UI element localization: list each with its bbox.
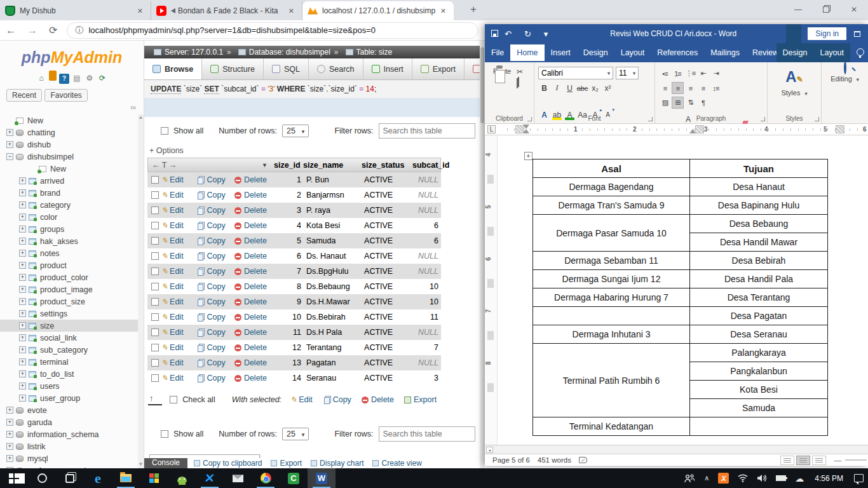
restore-button[interactable] [812, 0, 840, 19]
tree-item[interactable]: + listrik [0, 440, 139, 452]
android-icon[interactable] [168, 468, 196, 488]
start-button[interactable] [0, 468, 28, 488]
delete-link[interactable]: Delete [234, 206, 275, 215]
zoom-slider[interactable] [845, 459, 867, 461]
ribbon-tab[interactable]: Design [577, 44, 614, 61]
clock[interactable]: 4:56 PM [815, 474, 843, 483]
xampp-tray-icon[interactable]: X [718, 473, 729, 484]
tree-item[interactable]: + hak_akses [0, 235, 139, 247]
tree-item[interactable]: + dishub [0, 139, 139, 151]
volume-icon[interactable] [757, 474, 767, 482]
show-marks-button[interactable]: ¶ [697, 97, 709, 109]
doc-cell[interactable]: Desa Hanaut [690, 178, 828, 196]
tree-item[interactable]: + category [0, 199, 139, 211]
expand-icon[interactable]: + [6, 407, 13, 414]
row-checkbox[interactable] [151, 283, 159, 290]
doc-cell[interactable]: Samuda [690, 399, 828, 417]
font-size-select[interactable]: 11▾ [616, 67, 639, 79]
breadcrumb-server[interactable]: Server: 127.0.0.1 [165, 48, 223, 57]
copy-link[interactable]: Copy [196, 236, 234, 245]
tree-item[interactable]: + product_color [0, 271, 139, 283]
file-explorer-icon[interactable] [112, 468, 140, 488]
expand-icon[interactable]: + [19, 310, 26, 317]
edit-link[interactable]: ✎Edit [161, 374, 196, 383]
doc-cell[interactable]: Dermaga Sungai Ijum 12 [533, 270, 690, 288]
increase-indent-button[interactable]: ⇥ [710, 67, 722, 79]
tab-my-dishub[interactable]: My Dishub ✕ [0, 1, 151, 20]
scroll-left-arrow[interactable]: ◂ [486, 447, 493, 453]
expand-icon[interactable]: + [19, 322, 26, 329]
tree-item[interactable]: New [0, 163, 139, 175]
save-icon[interactable] [491, 29, 498, 39]
paragraph-dialog-launcher[interactable] [761, 117, 765, 121]
filter-rows-input[interactable] [379, 426, 475, 442]
tree-item[interactable]: + product [0, 259, 139, 271]
reload-icon[interactable]: ⟳ [97, 73, 107, 83]
tree-item[interactable]: New [0, 114, 139, 126]
edge-icon[interactable]: e [84, 468, 112, 488]
zoom-out-button[interactable]: — [834, 456, 842, 464]
horizontal-scrollbar[interactable]: ◂ [485, 445, 868, 454]
copy-link[interactable]: Copy [196, 374, 234, 383]
ribbon-tab[interactable]: Home [510, 44, 544, 61]
breadcrumb-table[interactable]: Table: size [356, 48, 393, 57]
check-all-checkbox[interactable] [170, 396, 177, 403]
help-icon[interactable]: ? [59, 74, 69, 84]
align-center-button[interactable]: ≡ [672, 82, 684, 94]
tree-item[interactable]: + terminal [0, 356, 139, 368]
editing-button[interactable]: Editing ▾ [822, 62, 868, 83]
tree-item[interactable]: + brand [0, 187, 139, 199]
row-checkbox[interactable] [151, 176, 159, 184]
edit-link[interactable]: ✎Edit [161, 221, 196, 230]
tree-item[interactable]: + groups [0, 223, 139, 235]
borders-button[interactable]: ⊞ [672, 97, 684, 109]
delete-link[interactable]: Delete [234, 358, 275, 367]
cut-icon[interactable]: ✂ [517, 67, 523, 79]
store-icon[interactable] [140, 468, 168, 488]
row-checkbox[interactable] [151, 344, 159, 351]
row-checkbox[interactable] [151, 268, 159, 275]
doc-cell[interactable]: Desa Handil Pala [690, 270, 828, 288]
multilevel-list-button[interactable]: ⋮≡ [684, 67, 696, 79]
tab-phpmyadmin[interactable]: localhost / 127.0.0.1 / dishubsimp ✕ [302, 1, 454, 20]
forward-button[interactable]: → [27, 25, 37, 36]
doc-cell[interactable]: Dermaga Inhutani 3 [533, 325, 690, 344]
tree-item[interactable]: + garuda [0, 416, 139, 428]
battery-icon[interactable] [776, 475, 786, 481]
options-toggle[interactable]: + Options [149, 146, 487, 155]
decrease-indent-button[interactable]: ⇤ [697, 67, 709, 79]
delete-link[interactable]: Delete [234, 252, 275, 261]
show-all-checkbox[interactable] [161, 430, 168, 438]
action-center-icon[interactable] [854, 474, 864, 482]
doc-cell[interactable]: Desa Pagatan [690, 307, 828, 325]
row-checkbox[interactable] [151, 252, 159, 260]
expand-icon[interactable]: + [19, 262, 26, 269]
font-name-select[interactable]: Calibri▾ [538, 67, 613, 79]
tree-item[interactable]: + user_group [0, 392, 139, 404]
ribbon-tab[interactable]: Layout [614, 44, 651, 61]
row-checkbox[interactable] [151, 191, 159, 199]
edit-link[interactable]: ✎Edit [161, 191, 196, 200]
sidebar-scrollbar[interactable]: ▲▼ [138, 114, 144, 468]
reload-button[interactable]: ⟳ [49, 24, 57, 36]
delete-link[interactable]: Delete [234, 282, 275, 291]
expand-icon[interactable]: + [19, 298, 26, 305]
wifi-icon[interactable] [738, 474, 748, 482]
proofing-icon[interactable]: ✓ [579, 457, 587, 463]
doc-cell[interactable]: Desa Bebirah [690, 252, 828, 270]
with-selected-copy[interactable]: Copy [323, 395, 351, 404]
edit-link[interactable]: ✎Edit [161, 175, 196, 184]
expand-icon[interactable]: + [19, 358, 26, 365]
console-toggle[interactable]: Console [144, 458, 187, 468]
delete-link[interactable]: Delete [234, 343, 275, 352]
row-checkbox[interactable] [151, 237, 159, 245]
document-canvas[interactable]: 45678 + Asal Tujuan Dermaga BagendangDes… [485, 135, 868, 445]
cortana-button[interactable] [28, 468, 56, 488]
edit-link[interactable]: ✎Edit [161, 313, 196, 322]
tree-item[interactable]: + product_image [0, 283, 139, 295]
edit-link[interactable]: ✎Edit [161, 282, 196, 291]
row-checkbox[interactable] [151, 359, 159, 367]
copy-button[interactable] [517, 79, 523, 90]
undo-icon[interactable]: ↶ [505, 29, 518, 39]
styles-dialog-launcher[interactable] [815, 117, 819, 121]
